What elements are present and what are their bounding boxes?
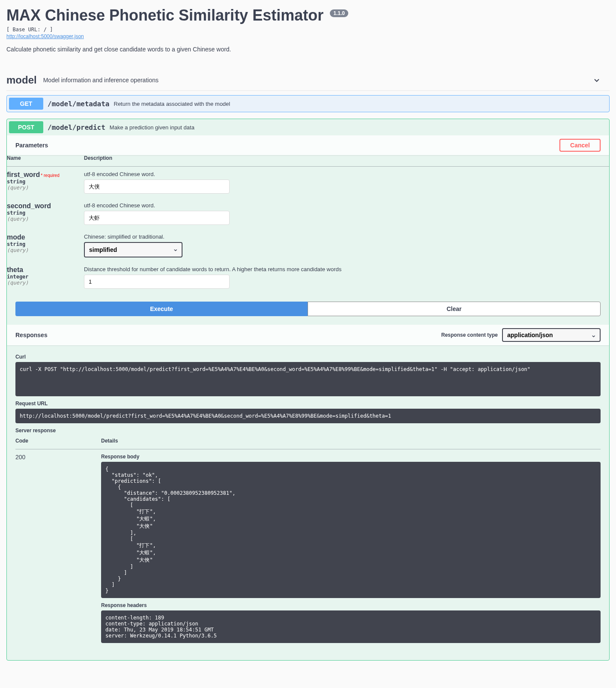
response-table: Code Details 200 Response body { "status… (15, 438, 601, 652)
param-name: first_word (7, 171, 40, 178)
param-name: theta (7, 266, 84, 274)
col-code: Code (15, 438, 101, 449)
first-word-input[interactable] (84, 179, 230, 194)
operation-summary[interactable]: POST /model/predict Make a prediction gi… (7, 119, 609, 135)
operation-get-metadata: GET /model/metadata Return the metadata … (6, 95, 610, 112)
content-type-select[interactable]: application/json (502, 328, 601, 342)
content-type-label: Response content type (441, 332, 498, 338)
curl-label: Curl (15, 354, 601, 360)
responses-title: Responses (15, 332, 48, 338)
request-url-label: Request URL (15, 401, 601, 407)
param-type: integer (7, 274, 84, 280)
tag-description: Model information and inference operatio… (43, 77, 592, 84)
curl-command: curl -X POST "http://localhost:5000/mode… (15, 362, 601, 396)
param-in: (query) (7, 216, 84, 222)
operation-description: Make a prediction given input data (110, 124, 194, 131)
request-url-value: http://localhost:5000/model/predict?firs… (15, 409, 601, 423)
operation-body: Parameters Cancel Name Description first… (7, 135, 609, 660)
response-body-value: { "status": "ok", "predictions": [ { "di… (101, 462, 601, 598)
method-badge-post: POST (9, 121, 43, 133)
param-type: string (7, 241, 84, 247)
operation-post-predict: POST /model/predict Make a prediction gi… (6, 119, 610, 661)
param-type: string (7, 210, 84, 216)
param-row-first-word: first_word* required string (query) utf-… (7, 167, 609, 198)
operation-path: /model/predict (48, 123, 105, 132)
chevron-down-icon (592, 76, 601, 84)
method-badge-get: GET (9, 98, 43, 110)
operation-description: Return the metadata associated with the … (114, 101, 230, 107)
param-name: mode (7, 233, 84, 241)
tag-section-model: model Model information and inference op… (6, 70, 610, 661)
responses-body: Curl curl -X POST "http://localhost:5000… (7, 345, 609, 660)
param-type: string (7, 179, 84, 185)
mode-select[interactable]: simplified (84, 242, 182, 257)
title-text: MAX Chinese Phonetic Similarity Estimato… (6, 6, 323, 24)
execute-button[interactable]: Execute (15, 302, 308, 316)
swagger-json-link[interactable]: http://localhost:5000/swagger.json (6, 33, 84, 39)
param-row-second-word: second_word string (query) utf-8 encoded… (7, 198, 609, 229)
param-description: utf-8 encoded Chinese word. (84, 171, 609, 177)
required-marker: * required (40, 173, 59, 178)
api-title: MAX Chinese Phonetic Similarity Estimato… (6, 6, 348, 24)
col-details: Details (101, 438, 601, 449)
parameters-title: Parameters (15, 142, 48, 149)
button-row: Execute Clear (7, 293, 609, 325)
cancel-button[interactable]: Cancel (559, 139, 601, 152)
response-row: 200 Response body { "status": "ok", "pre… (15, 449, 601, 652)
param-description: utf-8 encoded Chinese word. (84, 202, 609, 209)
operation-path: /model/metadata (48, 100, 110, 108)
response-headers-label: Response headers (101, 602, 601, 608)
col-name: Name (7, 155, 84, 167)
param-row-theta: theta integer (query) Distance threshold… (7, 262, 609, 293)
api-description: Calculate phonetic similarity and get cl… (6, 46, 610, 53)
theta-input[interactable] (84, 275, 230, 289)
parameters-table: Name Description first_word* required st… (7, 155, 609, 293)
clear-button[interactable]: Clear (308, 302, 601, 316)
param-description: Distance threshold for number of candida… (84, 266, 609, 272)
param-row-mode: mode string (query) Chinese: simplified … (7, 229, 609, 262)
param-name: second_word (7, 202, 84, 210)
param-in: (query) (7, 280, 84, 286)
response-body-label: Response body (101, 454, 601, 460)
response-code: 200 (15, 449, 101, 652)
version-badge: 1.1.0 (330, 9, 348, 17)
tag-name: model (6, 74, 37, 86)
response-headers-value: content-length: 189 content-type: applic… (101, 610, 601, 643)
page-header: MAX Chinese Phonetic Similarity Estimato… (6, 6, 610, 53)
tag-header[interactable]: model Model information and inference op… (6, 70, 610, 91)
param-in: (query) (7, 247, 84, 253)
responses-header: Responses Response content type applicat… (7, 325, 609, 345)
param-description: Chinese: simplified or traditional. (84, 233, 609, 240)
base-url: [ Base URL: / ] (6, 27, 610, 33)
server-response-label: Server response (15, 428, 601, 434)
param-in: (query) (7, 185, 84, 191)
col-description: Description (84, 155, 609, 167)
operation-summary[interactable]: GET /model/metadata Return the metadata … (7, 96, 609, 112)
parameters-header: Parameters Cancel (7, 135, 609, 155)
second-word-input[interactable] (84, 211, 230, 225)
